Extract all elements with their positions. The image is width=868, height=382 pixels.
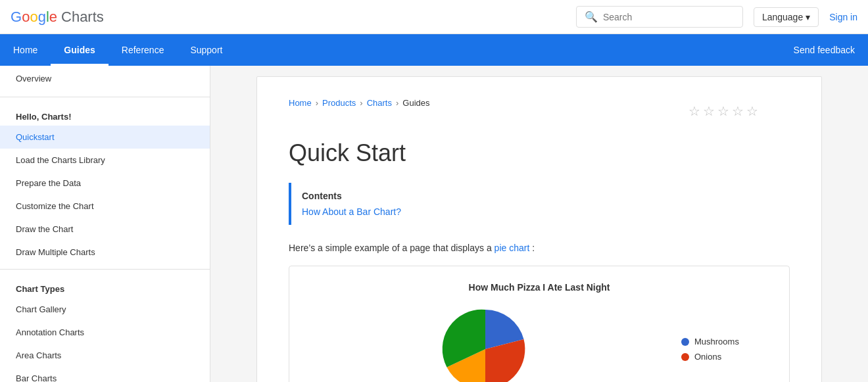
language-button[interactable]: Language ▾ [754,7,819,27]
logo-google: Google [11,9,57,26]
legend-area: Mushrooms Onions [681,337,773,362]
description-text: Here’s a simple example of a page that d… [289,241,790,255]
breadcrumb-sep-2: › [360,98,362,108]
logo-area: Google Charts [11,9,104,26]
nav-home[interactable]: Home [0,34,51,66]
description-end: : [532,243,535,253]
header-right: 🔍 Language ▾ Sign in [576,6,857,28]
description-prefix: Here’s a simple example of a page that d… [289,243,492,253]
nav-reference[interactable]: Reference [108,34,178,66]
chart-area: Mushrooms Onions [305,303,773,382]
legend-label-onions: Onions [694,352,721,362]
sidebar-item-quickstart[interactable]: Quickstart [0,126,210,149]
sidebar-item-annotation[interactable]: Annotation Charts [0,321,210,344]
signin-button[interactable]: Sign in [829,12,857,22]
contents-label: Contents [302,191,779,201]
pie-chart [305,303,665,382]
sidebar-divider-2 [0,269,210,270]
sidebar-item-bar[interactable]: Bar Charts [0,367,210,382]
language-label: Language [762,12,803,22]
breadcrumb-home[interactable]: Home [289,98,312,108]
sidebar-item-overview[interactable]: Overview [0,66,210,91]
pie-chart-link[interactable]: pie chart [494,243,530,253]
sidebar-item-customize[interactable]: Customize the Chart [0,195,210,218]
breadcrumb-charts[interactable]: Charts [367,98,392,108]
chart-demo-box: How Much Pizza I Ate Last Night [289,266,790,382]
star-3[interactable]: ☆ [717,103,729,119]
star-5[interactable]: ☆ [746,103,758,119]
sidebar-item-area[interactable]: Area Charts [0,344,210,367]
breadcrumb-current: Guides [402,98,429,108]
search-icon: 🔍 [585,11,598,23]
nav-bar: Home Guides Reference Support Send feedb… [0,34,868,66]
page-title: Quick Start [289,139,790,167]
breadcrumb-row: Home › Products › Charts › Guides ☆ ☆ ☆ … [289,98,790,124]
search-bar[interactable]: 🔍 [576,6,743,28]
search-input[interactable] [603,12,735,22]
chevron-down-icon: ▾ [806,12,810,22]
content-card: Home › Products › Charts › Guides ☆ ☆ ☆ … [256,76,822,382]
top-header: Google Charts 🔍 Language ▾ Sign in [0,0,868,34]
breadcrumb: Home › Products › Charts › Guides [289,98,430,108]
rating-area: ☆ ☆ ☆ ☆ ☆ [688,103,758,119]
send-feedback-button[interactable]: Send feedback [781,45,868,55]
star-1[interactable]: ☆ [688,103,700,119]
contents-link-bar-chart[interactable]: How About a Bar Chart? [302,206,401,217]
legend-onions: Onions [681,352,773,362]
star-2[interactable]: ☆ [703,103,715,119]
sidebar-item-draw[interactable]: Draw the Chart [0,218,210,241]
sidebar-item-draw-multiple[interactable]: Draw Multiple Charts [0,241,210,264]
logo-charts: Charts [61,9,104,26]
sidebar-item-prepare[interactable]: Prepare the Data [0,172,210,195]
nav-support[interactable]: Support [177,34,235,66]
sidebar-divider [0,97,210,97]
legend-mushrooms: Mushrooms [681,337,773,346]
chart-title: How Much Pizza I Ate Last Night [305,282,773,293]
nav-left: Home Guides Reference Support [0,34,235,66]
sidebar-item-load[interactable]: Load the Charts Library [0,149,210,172]
nav-guides[interactable]: Guides [51,34,108,66]
breadcrumb-products[interactable]: Products [322,98,356,108]
legend-dot-mushrooms [681,338,689,346]
star-4[interactable]: ☆ [732,103,744,119]
legend-label-mushrooms: Mushrooms [694,337,739,346]
contents-box: Contents How About a Bar Chart? [289,183,790,225]
content-area: Home › Products › Charts › Guides ☆ ☆ ☆ … [210,66,868,382]
sidebar: Overview Hello, Charts! Quickstart Load … [0,66,210,382]
sidebar-item-gallery[interactable]: Chart Gallery [0,298,210,321]
sidebar-section-hello: Hello, Charts! [0,103,210,126]
breadcrumb-sep-1: › [316,98,318,108]
sidebar-section-chart-types: Chart Types [0,275,210,298]
legend-dot-onions [681,353,689,361]
breadcrumb-sep-3: › [396,98,398,108]
main-layout: Overview Hello, Charts! Quickstart Load … [0,66,868,382]
